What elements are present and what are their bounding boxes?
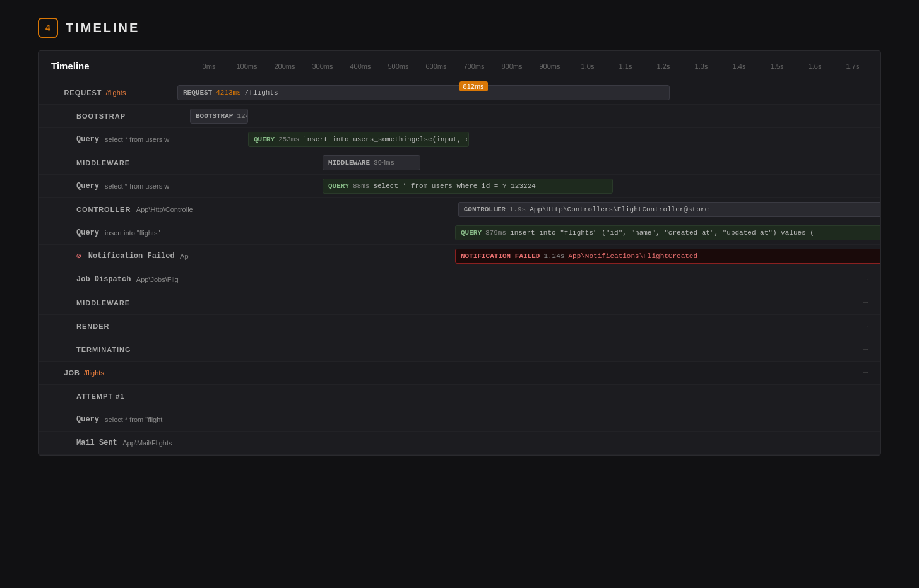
tick-0ms: 0ms (190, 62, 228, 70)
tick-1-1s: 1.1s (607, 62, 644, 70)
query-bar-2[interactable]: QUERY 88ms select * from users where id … (323, 179, 613, 194)
controller-row[interactable]: CONTROLLER App\Http\Controlle CONTROLLER… (39, 198, 880, 221)
step-badge: 4 (38, 18, 58, 38)
middleware-bar-1[interactable]: MIDDLEWARE 394ms (323, 155, 420, 170)
job-section-row[interactable]: — JOB /flights → (39, 362, 880, 385)
page-title: TIMELINE (66, 21, 139, 35)
tick-1-3s: 1.3s (682, 62, 720, 70)
query-row-job-1[interactable]: Query select * from "flight (39, 408, 880, 432)
request-section-row[interactable]: — REQUEST /flights REQUEST 4213ms /fligh… (39, 81, 880, 105)
query-bar-3[interactable]: QUERY 379ms insert into "flights" ("id",… (455, 225, 880, 240)
bootstrap-bar[interactable]: BOOTSTRAP 124ms mysqld (190, 109, 248, 124)
tick-200ms: 200ms (266, 62, 304, 70)
query-bar-1[interactable]: QUERY 253ms insert into users_somethinge… (248, 132, 469, 147)
timeline-body: — REQUEST /flights REQUEST 4213ms /fligh… (39, 81, 880, 455)
middleware-row-1[interactable]: MIDDLEWARE MIDDLEWARE 394ms (39, 151, 880, 175)
tick-1-2s: 1.2s (644, 62, 682, 70)
row-arrow-job: → (863, 368, 868, 377)
query-row-2[interactable]: Query select * from users w QUERY 88ms s… (39, 175, 880, 198)
tick-600ms: 600ms (417, 62, 455, 70)
query-row-1[interactable]: Query select * from users w QUERY 253ms … (39, 128, 880, 151)
timeline-container: Timeline 0ms 100ms 200ms 300ms 400ms 500… (38, 50, 881, 456)
notification-failed-row[interactable]: ⊘ Notification Failed Ap NOTIFICATION FA… (39, 245, 880, 268)
tick-1-7s: 1.7s (834, 62, 868, 70)
row-arrow-render: → (863, 322, 868, 331)
mail-sent-row[interactable]: Mail Sent App\Mail\Flights (39, 432, 880, 455)
request-bar[interactable]: REQUEST 4213ms /flights (177, 85, 670, 100)
marker-label: 812ms (460, 81, 488, 91)
tick-1s: 1.0s (569, 62, 607, 70)
tick-700ms: 700ms (455, 62, 493, 70)
tick-100ms: 100ms (228, 62, 266, 70)
notification-failed-bar[interactable]: NOTIFICATION FAILED 1.24s App\Notificati… (455, 249, 880, 264)
tick-1-6s: 1.6s (796, 62, 834, 70)
timeline-header: Timeline 0ms 100ms 200ms 300ms 400ms 500… (39, 51, 880, 81)
timeline-ruler: 0ms 100ms 200ms 300ms 400ms 500ms 600ms … (190, 62, 868, 70)
attempt-row[interactable]: ATTEMPT #1 (39, 385, 880, 408)
error-icon: ⊘ (76, 251, 81, 261)
controller-bar[interactable]: CONTROLLER 1.9s App\Http\Controllers\Fli… (458, 202, 880, 217)
timeline-title: Timeline (51, 61, 190, 71)
tick-900ms: 900ms (531, 62, 569, 70)
dash-icon: — (51, 88, 56, 98)
query-row-3[interactable]: Query insert into "flights" QUERY 379ms … (39, 221, 880, 245)
row-arrow-middleware: → (863, 298, 868, 307)
terminating-row[interactable]: TERMINATING → (39, 338, 880, 362)
tick-400ms: 400ms (341, 62, 379, 70)
tick-800ms: 800ms (493, 62, 531, 70)
render-row[interactable]: RENDER → (39, 315, 880, 338)
dash-icon-job: — (51, 368, 56, 378)
tick-1-5s: 1.5s (758, 62, 796, 70)
tick-300ms: 300ms (304, 62, 341, 70)
page-header: 4 TIMELINE (0, 0, 919, 50)
middleware-row-2[interactable]: MIDDLEWARE → (39, 291, 880, 315)
bootstrap-row[interactable]: BOOTSTRAP BOOTSTRAP 124ms mysqld (39, 105, 880, 128)
tick-500ms: 500ms (379, 62, 417, 70)
tick-1-4s: 1.4s (720, 62, 758, 70)
row-arrow-terminating: → (863, 345, 868, 354)
job-dispatch-row[interactable]: Job Dispatch App\Jobs\Flig → (39, 268, 880, 291)
row-arrow-job-dispatch: → (863, 275, 868, 284)
